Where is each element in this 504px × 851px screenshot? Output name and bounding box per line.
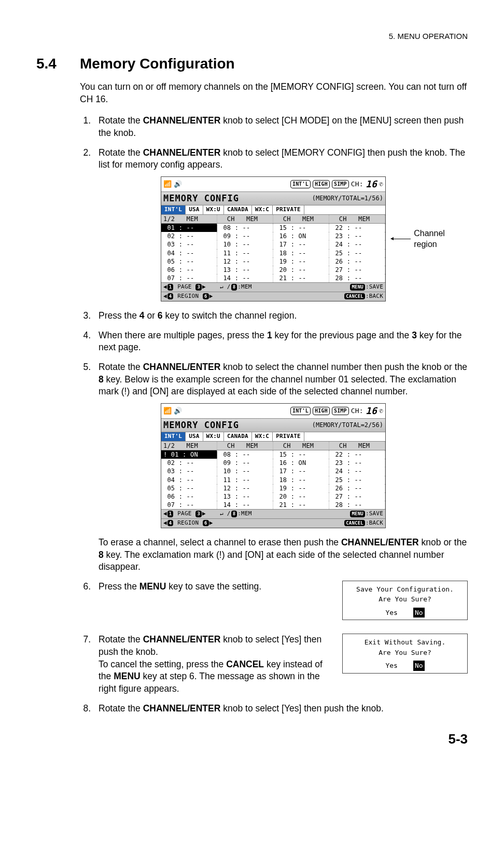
channel-cell[interactable]: 28 : -- — [329, 274, 385, 282]
table-row: ! 01 : ON 08 : -- 15 : -- 22 : -- — [161, 450, 385, 459]
table-row: 04 : -- 11 : -- 18 : -- 25 : -- — [161, 249, 385, 257]
channel-cell[interactable]: 21 : -- — [273, 501, 329, 509]
table-row: 07 : -- 14 : -- 21 : -- 28 : -- — [161, 274, 385, 282]
table-row: 06 : -- 13 : -- 20 : -- 27 : -- — [161, 492, 385, 501]
channel-number: 16 — [366, 178, 377, 190]
tab-wxc[interactable]: WX:C — [252, 205, 273, 214]
table-row: 05 : -- 12 : -- 19 : -- 26 : -- — [161, 257, 385, 266]
channel-cell[interactable]: 09 : -- — [217, 232, 273, 240]
channel-cell[interactable]: 23 : -- — [329, 459, 385, 467]
dialog-yes[interactable]: Yes — [385, 661, 397, 671]
dialog-no[interactable]: No — [413, 661, 425, 671]
channel-cell[interactable]: 12 : -- — [217, 257, 273, 266]
channel-cell[interactable]: 12 : -- — [217, 484, 273, 492]
channel-cell[interactable]: 08 : -- — [217, 224, 273, 232]
channel-cell[interactable]: 13 : -- — [217, 266, 273, 274]
tab-canada[interactable]: CANADA — [224, 205, 252, 214]
channel-cell[interactable]: 19 : -- — [273, 484, 329, 492]
channel-cell[interactable]: 14 : -- — [217, 501, 273, 509]
channel-cell[interactable]: 07 : -- — [161, 501, 217, 509]
channel-cell[interactable]: 04 : -- — [161, 249, 217, 257]
channel-cell[interactable]: 18 : -- — [273, 476, 329, 484]
channel-cell[interactable]: ! 01 : ON — [161, 450, 217, 459]
phone-icon: ✆ — [379, 406, 383, 416]
channel-cell[interactable]: 15 : -- — [273, 450, 329, 459]
channel-cell[interactable]: 06 : -- — [161, 492, 217, 501]
high-pill: HIGH — [313, 180, 330, 188]
simp-pill: SIMP — [332, 180, 349, 188]
channel-cell[interactable]: 26 : -- — [329, 257, 385, 266]
tab-canada[interactable]: CANADA — [224, 432, 252, 441]
channel-cell[interactable]: 25 : -- — [329, 476, 385, 484]
channel-cell[interactable]: 02 : -- — [161, 459, 217, 467]
step-5: Rotate the CHANNEL/ENTER knob to select … — [93, 361, 468, 573]
step-4: When there are multiple pages, press the… — [93, 330, 468, 354]
channel-cell[interactable]: 27 : -- — [329, 492, 385, 501]
channel-cell[interactable]: 02 : -- — [161, 232, 217, 240]
step-6: Save Your Configuration. Are You Sure? Y… — [93, 581, 468, 627]
tab-wxu[interactable]: WX:U — [203, 205, 224, 214]
intro-paragraph: You can turn on or off memory channels o… — [80, 81, 468, 105]
page-header: 5. MENU OPERATION — [36, 31, 468, 42]
channel-cell[interactable]: 11 : -- — [217, 476, 273, 484]
channel-cell[interactable]: 18 : -- — [273, 249, 329, 257]
channel-cell[interactable]: 28 : -- — [329, 501, 385, 509]
channel-cell[interactable]: 06 : -- — [161, 266, 217, 274]
channel-cell[interactable]: 22 : -- — [329, 224, 385, 232]
channel-cell[interactable]: 05 : -- — [161, 484, 217, 492]
table-row: 04 : -- 11 : -- 18 : -- 25 : -- — [161, 476, 385, 484]
save-confirm-dialog: Save Your Configuration. Are You Sure? Y… — [342, 581, 468, 621]
tab-intl[interactable]: INT'L — [161, 432, 186, 441]
channel-cell[interactable]: 03 : -- — [161, 240, 217, 249]
channel-cell[interactable]: 10 : -- — [217, 240, 273, 249]
speaker-icon: 🔊 — [174, 180, 182, 189]
dialog-yes[interactable]: Yes — [385, 608, 397, 618]
section-number: 5.4 — [36, 54, 67, 74]
channel-cell[interactable]: 05 : -- — [161, 257, 217, 266]
channel-cell[interactable]: 07 : -- — [161, 274, 217, 282]
tab-wxu[interactable]: WX:U — [203, 432, 224, 441]
channel-cell[interactable]: 16 : ON — [273, 232, 329, 240]
channel-cell[interactable]: 24 : -- — [329, 240, 385, 249]
channel-cell[interactable]: 09 : -- — [217, 459, 273, 467]
channel-cell[interactable]: 25 : -- — [329, 249, 385, 257]
channel-cell[interactable]: 21 : -- — [273, 274, 329, 282]
tab-usa[interactable]: USA — [186, 205, 203, 214]
dialog-no[interactable]: No — [413, 608, 425, 618]
phone-icon: ✆ — [379, 180, 383, 189]
tab-private[interactable]: PRIVATE — [273, 205, 304, 214]
channel-cell[interactable]: 17 : -- — [273, 467, 329, 475]
channel-cell[interactable]: 10 : -- — [217, 467, 273, 475]
channel-cell[interactable]: 23 : -- — [329, 232, 385, 240]
step-2: Rotate the CHANNEL/ENTER knob to select … — [93, 147, 468, 302]
speaker-icon: 🔊 — [174, 406, 182, 416]
channel-cell[interactable]: 08 : -- — [217, 450, 273, 459]
table-row: 02 : -- 09 : -- 16 : ON 23 : -- — [161, 232, 385, 240]
memory-config-screen-1: 📶 🔊 INT'L HIGH SIMP CH: 16 ✆ MEMORY CONF… — [161, 176, 386, 301]
channel-cell[interactable]: 03 : -- — [161, 467, 217, 475]
channel-cell[interactable]: 13 : -- — [217, 492, 273, 501]
channel-cell[interactable]: 26 : -- — [329, 484, 385, 492]
channel-cell[interactable]: 15 : -- — [273, 224, 329, 232]
channel-cell[interactable]: 11 : -- — [217, 249, 273, 257]
channel-cell[interactable]: 01 : -- — [161, 224, 217, 232]
channel-cell[interactable]: 24 : -- — [329, 467, 385, 475]
tab-usa[interactable]: USA — [186, 432, 203, 441]
step-7: Exit Without Saving. Are You Sure? Yes N… — [93, 634, 468, 695]
channel-cell[interactable]: 14 : -- — [217, 274, 273, 282]
table-row: 07 : -- 14 : -- 21 : -- 28 : -- — [161, 501, 385, 509]
section-title: Memory Configuration — [80, 54, 235, 74]
tab-wxc[interactable]: WX:C — [252, 432, 273, 441]
channel-cell[interactable]: 20 : -- — [273, 492, 329, 501]
tab-intl[interactable]: INT'L — [161, 205, 186, 214]
signal-icon: 📶 — [163, 406, 172, 416]
page-number: 5-3 — [36, 730, 468, 748]
channel-cell[interactable]: 22 : -- — [329, 450, 385, 459]
channel-cell[interactable]: 04 : -- — [161, 476, 217, 484]
channel-cell[interactable]: 19 : -- — [273, 257, 329, 266]
tab-private[interactable]: PRIVATE — [273, 432, 304, 441]
channel-cell[interactable]: 20 : -- — [273, 266, 329, 274]
channel-cell[interactable]: 17 : -- — [273, 240, 329, 249]
channel-cell[interactable]: 16 : ON — [273, 459, 329, 467]
channel-cell[interactable]: 27 : -- — [329, 266, 385, 274]
